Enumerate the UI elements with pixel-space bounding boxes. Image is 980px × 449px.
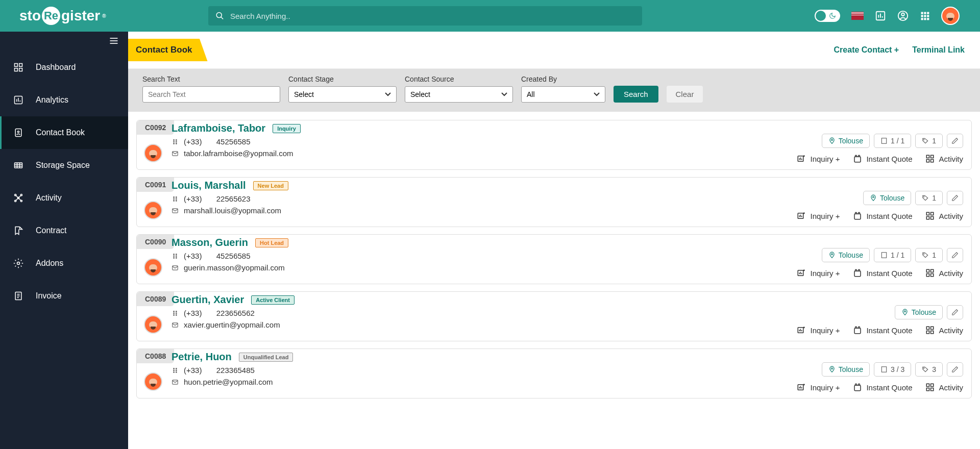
instant-quote-action[interactable]: Instant Quote <box>853 211 912 220</box>
svg-rect-93 <box>931 212 934 215</box>
sidebar-item-invoice[interactable]: Invoice <box>0 280 128 312</box>
analytics-icon[interactable] <box>875 10 886 21</box>
svg-rect-14 <box>921 18 923 20</box>
sidebar-item-dashboard[interactable]: Dashboard <box>0 51 128 84</box>
user-avatar[interactable] <box>941 7 960 25</box>
activity-action[interactable]: Activity <box>925 383 963 392</box>
sidebar-item-analytics[interactable]: Analytics <box>0 84 128 116</box>
svg-rect-138 <box>927 327 929 329</box>
global-search[interactable] <box>208 6 642 26</box>
contact-name[interactable]: Petrie, Huon <box>172 351 232 363</box>
create-contact-link[interactable]: Create Contact + <box>834 45 899 55</box>
search-text-input[interactable] <box>142 86 280 103</box>
theme-toggle[interactable] <box>815 10 840 22</box>
inquiry-action[interactable]: Inquiry + <box>797 383 840 392</box>
svg-rect-137 <box>854 328 861 334</box>
terminal-link[interactable]: Terminal Link <box>912 45 965 55</box>
contact-chips: Tolouse1 / 11 <box>822 248 963 262</box>
svg-point-125 <box>174 313 175 314</box>
location-pin-icon <box>828 252 836 259</box>
action-label: Activity <box>939 269 963 278</box>
inquiry-action[interactable]: Inquiry + <box>797 211 840 220</box>
contact-source-select[interactable]: Select <box>405 86 513 103</box>
contact-chips: Tolouse1 <box>863 191 963 205</box>
contact-name[interactable]: Masson, Guerin <box>172 237 248 248</box>
location-chip[interactable]: Tolouse <box>895 305 943 319</box>
instant-quote-action[interactable]: Instant Quote <box>853 326 912 335</box>
contact-actions: Inquiry +Instant QuoteActivity <box>797 383 963 392</box>
global-search-input[interactable] <box>230 12 635 20</box>
menu-toggle-icon[interactable] <box>108 36 120 46</box>
contact-card: C0089Guertin, XavierActive Client(+33) 2… <box>136 291 972 341</box>
instant-quote-action[interactable]: Instant Quote <box>853 268 912 278</box>
tags-chip[interactable]: 1 <box>915 134 943 148</box>
activity-action[interactable]: Activity <box>925 326 963 335</box>
user-circle-icon[interactable] <box>897 10 909 21</box>
svg-point-54 <box>176 143 177 144</box>
location-chip[interactable]: Tolouse <box>863 191 911 205</box>
chip-text: 1 <box>932 137 936 145</box>
contact-email: marshall.louis@yopmail.com <box>184 206 281 215</box>
edit-chip[interactable] <box>947 305 963 319</box>
instant-quote-action[interactable]: Instant Quote <box>853 154 912 163</box>
units-chip[interactable]: 3 / 3 <box>874 362 911 377</box>
activity-action[interactable]: Activity <box>925 211 963 220</box>
us-flag-icon[interactable] <box>851 12 864 20</box>
contact-name[interactable]: Louis, Marshall <box>172 180 246 191</box>
contact-actions: Inquiry +Instant QuoteActivity <box>797 268 963 278</box>
contact-chips: Tolouse3 / 33 <box>822 362 963 377</box>
tags-chip[interactable]: 1 <box>915 191 943 205</box>
contact-name[interactable]: Laframboise, Tabor <box>172 122 265 134</box>
action-label: Activity <box>939 326 963 335</box>
sidebar-item-contact-book[interactable]: Contact Book <box>0 116 128 149</box>
svg-rect-10 <box>927 12 929 14</box>
activity-action[interactable]: Activity <box>925 154 963 163</box>
location-chip[interactable]: Tolouse <box>822 248 870 262</box>
created-by-select[interactable]: All <box>521 86 605 103</box>
edit-chip[interactable] <box>947 134 963 148</box>
svg-point-80 <box>174 200 175 201</box>
contacts-list: C0092Laframboise, TaborInquiry(+33) 4525… <box>128 112 980 414</box>
email-icon <box>172 379 179 386</box>
contact-name[interactable]: Guertin, Xavier <box>172 294 244 306</box>
chip-text: 3 <box>932 365 936 373</box>
quote-icon <box>853 383 862 392</box>
svg-point-52 <box>176 141 177 142</box>
sidebar-item-activity[interactable]: Activity <box>0 182 128 214</box>
chip-text: 1 / 1 <box>891 251 904 259</box>
units-chip[interactable]: 1 / 1 <box>874 248 911 262</box>
svg-rect-57 <box>881 138 886 144</box>
building-icon <box>880 137 888 144</box>
svg-rect-92 <box>927 212 929 215</box>
inquiry-action[interactable]: Inquiry + <box>797 326 840 335</box>
contact-phone: 45256585 <box>216 137 251 146</box>
edit-chip[interactable] <box>947 248 963 262</box>
contact-avatar <box>144 144 162 162</box>
contact-stage-select[interactable]: Select <box>288 86 397 103</box>
svg-point-147 <box>176 371 177 372</box>
activity-action[interactable]: Activity <box>925 268 963 278</box>
sidebar-item-addons[interactable]: Addons <box>0 247 128 280</box>
edit-chip[interactable] <box>947 191 963 205</box>
location-chip[interactable]: Tolouse <box>822 362 870 377</box>
svg-point-100 <box>174 257 175 258</box>
sidebar-item-label: Addons <box>36 259 63 268</box>
sidebar-item-storage-space[interactable]: Storage Space <box>0 149 128 182</box>
drag-icon <box>172 310 179 317</box>
contact-stage-badge: Inquiry <box>273 124 301 133</box>
search-button[interactable]: Search <box>614 86 658 103</box>
clear-button[interactable]: Clear <box>667 86 703 103</box>
units-chip[interactable]: 1 / 1 <box>874 134 911 148</box>
inquiry-action[interactable]: Inquiry + <box>797 154 840 163</box>
contact-stage-label: Contact Stage <box>288 75 397 83</box>
sidebar-item-contract[interactable]: Contract <box>0 214 128 247</box>
logo-pre: sto <box>19 8 41 24</box>
edit-chip[interactable] <box>947 362 963 377</box>
location-chip[interactable]: Tolouse <box>822 134 870 148</box>
inquiry-action[interactable]: Inquiry + <box>797 268 840 278</box>
instant-quote-action[interactable]: Instant Quote <box>853 383 912 392</box>
tags-chip[interactable]: 3 <box>915 362 943 377</box>
contact-card: C0090Masson, GuerinHot Lead(+33) 4525658… <box>136 234 972 284</box>
tags-chip[interactable]: 1 <box>915 248 943 262</box>
apps-grid-icon[interactable] <box>920 11 930 21</box>
